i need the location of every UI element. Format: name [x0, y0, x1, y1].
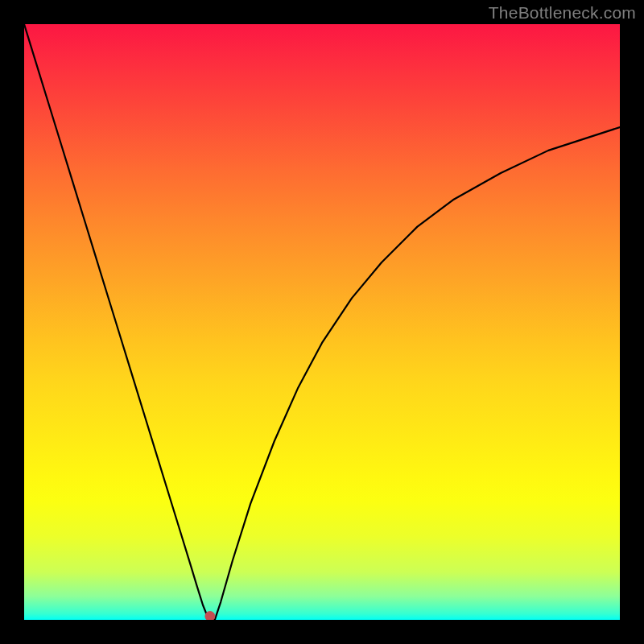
bottleneck-curve	[24, 24, 620, 620]
curve-svg	[24, 24, 620, 620]
chart-container: TheBottleneck.com	[0, 0, 644, 644]
plot-area	[24, 24, 620, 620]
optimal-point-marker	[205, 612, 215, 620]
attribution-text: TheBottleneck.com	[489, 3, 636, 23]
